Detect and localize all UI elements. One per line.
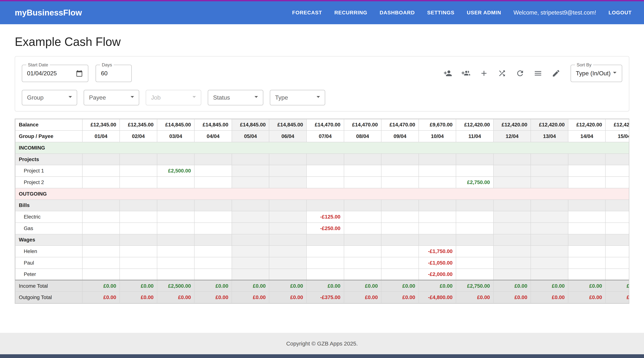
- cell-gas-14-04[interactable]: [568, 223, 606, 234]
- cell-gas-07-04[interactable]: -£250.00: [306, 223, 344, 234]
- cell-electric-09-04[interactable]: [381, 211, 419, 223]
- cell-helen-04-04[interactable]: [194, 246, 232, 257]
- cell-project-1-06-04[interactable]: [269, 165, 306, 177]
- cell-gas-06-04[interactable]: [269, 223, 306, 234]
- cell-project-2-08-04[interactable]: [344, 177, 382, 188]
- logout-button[interactable]: LOGOUT: [608, 10, 632, 16]
- cell-helen-08-04[interactable]: [344, 246, 382, 257]
- days-field[interactable]: Days 60: [96, 65, 132, 82]
- cell-peter-14-04[interactable]: [568, 269, 606, 280]
- cell-paul-11-04[interactable]: [456, 257, 494, 269]
- cell-peter-08-04[interactable]: [344, 269, 382, 280]
- cell-project-2-01-04[interactable]: [82, 177, 120, 188]
- cell-paul-07-04[interactable]: [306, 257, 344, 269]
- cell-electric-12-04[interactable]: [494, 211, 531, 223]
- cell-project-1-07-04[interactable]: [306, 165, 344, 177]
- cell-helen-14-04[interactable]: [568, 246, 606, 257]
- group-filter-select[interactable]: Group: [22, 90, 77, 106]
- cell-peter-06-04[interactable]: [269, 269, 306, 280]
- cell-gas-10-04[interactable]: [419, 223, 456, 234]
- cell-peter-07-04[interactable]: [306, 269, 344, 280]
- cell-gas-12-04[interactable]: [494, 223, 531, 234]
- cell-peter-04-04[interactable]: [194, 269, 232, 280]
- cell-helen-06-04[interactable]: [269, 246, 306, 257]
- cell-project-2-14-04[interactable]: [568, 177, 606, 188]
- cell-project-2-13-04[interactable]: [531, 177, 568, 188]
- edit-icon[interactable]: [552, 69, 560, 78]
- nav-item-user-admin[interactable]: USER ADMIN: [467, 10, 501, 16]
- cell-paul-15-04[interactable]: [606, 257, 629, 269]
- cell-gas-01-04[interactable]: [82, 223, 120, 234]
- calendar-icon[interactable]: [75, 69, 84, 78]
- cell-helen-10-04[interactable]: -£1,750.00: [419, 246, 456, 257]
- cell-paul-13-04[interactable]: [531, 257, 568, 269]
- cell-paul-14-04[interactable]: [568, 257, 606, 269]
- days-value[interactable]: 60: [101, 70, 127, 77]
- cell-project-1-04-04[interactable]: [194, 165, 232, 177]
- nav-item-recurring[interactable]: RECURRING: [334, 10, 367, 16]
- cell-gas-03-04[interactable]: [157, 223, 194, 234]
- cell-project-2-09-04[interactable]: [381, 177, 419, 188]
- cell-project-2-03-04[interactable]: [157, 177, 194, 188]
- status-filter-select[interactable]: Status: [208, 90, 263, 106]
- sort-by-value[interactable]: Type (In/Out): [576, 70, 610, 77]
- cell-electric-08-04[interactable]: [344, 211, 382, 223]
- cell-project-2-10-04[interactable]: [419, 177, 456, 188]
- type-filter-select[interactable]: Type: [270, 90, 325, 106]
- cell-project-1-03-04[interactable]: £2,500.00: [157, 165, 194, 177]
- cell-electric-01-04[interactable]: [82, 211, 120, 223]
- cell-peter-13-04[interactable]: [531, 269, 568, 280]
- group-add-icon[interactable]: [462, 69, 470, 78]
- cell-electric-04-04[interactable]: [194, 211, 232, 223]
- cell-project-1-02-04[interactable]: [120, 165, 157, 177]
- cell-project-2-06-04[interactable]: [269, 177, 306, 188]
- cell-peter-03-04[interactable]: [157, 269, 194, 280]
- cell-helen-09-04[interactable]: [381, 246, 419, 257]
- cell-electric-14-04[interactable]: [568, 211, 606, 223]
- cashflow-table-container[interactable]: Balance£12,345.00£12,345.00£14,845.00£14…: [15, 119, 629, 304]
- app-brand[interactable]: myBusinessFlow: [15, 8, 82, 17]
- person-add-icon[interactable]: [443, 69, 452, 78]
- list-icon[interactable]: [534, 69, 542, 78]
- cell-project-2-15-04[interactable]: [606, 177, 629, 188]
- cell-project-2-02-04[interactable]: [120, 177, 157, 188]
- cell-project-2-05-04[interactable]: [232, 177, 269, 188]
- cell-electric-11-04[interactable]: [456, 211, 494, 223]
- add-icon[interactable]: [479, 69, 488, 78]
- cell-electric-05-04[interactable]: [232, 211, 269, 223]
- cell-project-1-10-04[interactable]: [419, 165, 456, 177]
- cell-paul-09-04[interactable]: [381, 257, 419, 269]
- cell-gas-15-04[interactable]: [606, 223, 629, 234]
- cell-project-1-11-04[interactable]: [456, 165, 494, 177]
- cell-helen-05-04[interactable]: [232, 246, 269, 257]
- cell-gas-13-04[interactable]: [531, 223, 568, 234]
- cell-helen-12-04[interactable]: [494, 246, 531, 257]
- cell-project-1-09-04[interactable]: [381, 165, 419, 177]
- cell-project-1-08-04[interactable]: [344, 165, 382, 177]
- cell-electric-03-04[interactable]: [157, 211, 194, 223]
- cell-helen-13-04[interactable]: [531, 246, 568, 257]
- shuffle-icon[interactable]: [497, 69, 506, 78]
- cell-paul-06-04[interactable]: [269, 257, 306, 269]
- cell-project-2-12-04[interactable]: [494, 177, 531, 188]
- cell-project-2-04-04[interactable]: [194, 177, 232, 188]
- nav-item-forecast[interactable]: FORECAST: [292, 10, 322, 16]
- cell-helen-07-04[interactable]: [306, 246, 344, 257]
- cell-project-1-13-04[interactable]: [531, 165, 568, 177]
- cell-gas-04-04[interactable]: [194, 223, 232, 234]
- cell-peter-11-04[interactable]: [456, 269, 494, 280]
- payee-filter-select[interactable]: Payee: [84, 90, 139, 106]
- cell-electric-06-04[interactable]: [269, 211, 306, 223]
- nav-item-settings[interactable]: SETTINGS: [427, 10, 454, 16]
- cell-gas-02-04[interactable]: [120, 223, 157, 234]
- cell-project-2-11-04[interactable]: £2,750.00: [456, 177, 494, 188]
- start-date-value[interactable]: 01/04/2025: [27, 70, 75, 77]
- cell-paul-12-04[interactable]: [494, 257, 531, 269]
- cell-helen-02-04[interactable]: [120, 246, 157, 257]
- cell-helen-15-04[interactable]: [606, 246, 629, 257]
- cell-electric-15-04[interactable]: [606, 211, 629, 223]
- cell-paul-08-04[interactable]: [344, 257, 382, 269]
- cell-gas-05-04[interactable]: [232, 223, 269, 234]
- nav-item-dashboard[interactable]: DASHBOARD: [380, 10, 415, 16]
- cell-gas-11-04[interactable]: [456, 223, 494, 234]
